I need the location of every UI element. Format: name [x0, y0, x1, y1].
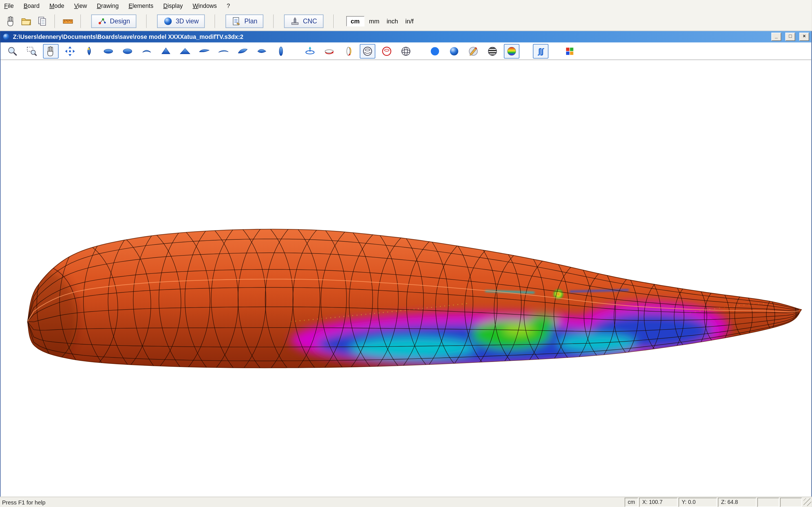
- shape-ellipse-thick-icon[interactable]: [120, 44, 135, 58]
- design-mode-button[interactable]: Design: [91, 14, 137, 28]
- circle-red-icon[interactable]: [379, 44, 395, 58]
- plan-icon: [232, 16, 241, 25]
- menu-windows[interactable]: Windows: [193, 3, 217, 9]
- shape-triangle-icon[interactable]: [158, 44, 174, 58]
- unit-selector: cm mm inch in/f: [346, 16, 416, 26]
- shape-ellipse-icon[interactable]: [101, 44, 116, 58]
- open-icon[interactable]: [18, 14, 34, 28]
- status-coordinates: cm X: 100.7 Y: 0.0 Z: 64.8: [624, 497, 812, 507]
- status-bar: Press F1 for help cm X: 100.7 Y: 0.0 Z: …: [0, 497, 812, 507]
- main-toolbar: Design 3D view Plan CNC cm mm inch: [0, 11, 812, 31]
- toolbar-separator: [333, 14, 334, 28]
- hand-tool-icon[interactable]: [3, 14, 18, 28]
- plan-button[interactable]: Plan: [226, 14, 264, 28]
- shape-sail-icon[interactable]: [235, 44, 250, 58]
- unit-inch[interactable]: inch: [384, 16, 401, 25]
- window-title: Z:\Users\dennery\Documents\Boards\save\r…: [13, 34, 767, 40]
- circle-section-icon[interactable]: [360, 44, 375, 58]
- toolbar-separator: [273, 14, 274, 28]
- pan-hand-icon[interactable]: [43, 44, 59, 58]
- design-mode-icon: [98, 16, 107, 25]
- shaded-render-icon[interactable]: [446, 44, 462, 58]
- flat-render-icon[interactable]: [427, 44, 443, 58]
- status-y: Y: 0.0: [679, 497, 717, 507]
- toolbar-separator: [54, 14, 56, 28]
- curvature-flow-icon[interactable]: ∫|∫: [533, 44, 548, 58]
- resize-grip[interactable]: [804, 498, 811, 506]
- pin-icon[interactable]: [82, 44, 97, 58]
- status-x: X: 100.7: [639, 497, 677, 507]
- curvature-glyph: ∫|∫: [538, 47, 543, 55]
- unit-cm[interactable]: cm: [346, 16, 364, 26]
- toolbar-separator: [80, 14, 82, 28]
- title-bar[interactable]: Z:\Users\dennery\Documents\Boards\save\r…: [1, 31, 811, 42]
- surfboard-3d-render: [1, 60, 811, 497]
- cnc-button[interactable]: CNC: [284, 14, 323, 28]
- menu-board[interactable]: Board: [24, 3, 40, 9]
- plan-label: Plan: [245, 17, 257, 25]
- shape-wave-icon[interactable]: [197, 44, 212, 58]
- flip-board-icon[interactable]: [302, 44, 318, 58]
- menu-elements[interactable]: Elements: [129, 3, 153, 9]
- shape-eye-icon[interactable]: [254, 44, 269, 58]
- ruler-icon[interactable]: [60, 14, 75, 28]
- sketch-render-icon[interactable]: [465, 44, 481, 58]
- 3d-view-icon: [163, 16, 172, 25]
- status-extra-1: [757, 497, 779, 507]
- unit-inf[interactable]: in/f: [403, 16, 416, 25]
- cnc-icon: [290, 16, 300, 25]
- menu-view[interactable]: View: [74, 3, 87, 9]
- close-button[interactable]: ×: [799, 33, 809, 41]
- rotate-3d-icon[interactable]: [62, 44, 78, 58]
- shape-crescent-thin-icon[interactable]: [216, 44, 231, 58]
- menu-drawing[interactable]: Drawing: [97, 3, 119, 9]
- maximize-button[interactable]: □: [785, 33, 795, 41]
- menu-help[interactable]: ?: [227, 3, 230, 9]
- minimize-button[interactable]: _: [771, 33, 781, 41]
- wireframe-sphere-icon[interactable]: [398, 44, 414, 58]
- view-toolbar: ∫|∫: [1, 43, 811, 60]
- zebra-render-icon[interactable]: [485, 44, 500, 58]
- menu-mode[interactable]: Mode: [49, 3, 64, 9]
- viewport-3d[interactable]: [1, 60, 811, 497]
- 3d-view-label: 3D view: [175, 17, 199, 25]
- shape-triangle-wide-icon[interactable]: [177, 44, 193, 58]
- document-window: Z:\Users\dennery\Documents\Boards\save\r…: [0, 31, 812, 497]
- zoom-window-icon[interactable]: [24, 44, 40, 58]
- shape-crescent-icon[interactable]: [139, 44, 154, 58]
- status-help-text: Press F1 for help: [2, 499, 45, 505]
- rainbow-render-icon[interactable]: [504, 44, 519, 58]
- shape-vertical-ellipse-icon[interactable]: [273, 44, 289, 58]
- rotate-y-icon[interactable]: [341, 44, 356, 58]
- status-unit: cm: [625, 497, 638, 507]
- toolbar-separator: [215, 14, 216, 28]
- menu-file[interactable]: File: [4, 3, 14, 9]
- 3d-view-button[interactable]: 3D view: [157, 14, 205, 28]
- color-tiles-icon[interactable]: [562, 44, 577, 58]
- menu-display[interactable]: Display: [163, 3, 183, 9]
- status-extra-2: [780, 497, 802, 507]
- copy-icon[interactable]: [34, 14, 50, 28]
- rotate-x-icon[interactable]: [321, 44, 337, 58]
- toolbar-separator: [146, 14, 147, 28]
- cnc-label: CNC: [303, 17, 317, 25]
- status-z: Z: 64.8: [718, 497, 756, 507]
- application-window: File Board Mode View Drawing Elements Di…: [0, 0, 812, 507]
- menu-bar: File Board Mode View Drawing Elements Di…: [0, 0, 812, 11]
- document-icon: [3, 33, 10, 41]
- zoom-icon[interactable]: [5, 44, 20, 58]
- unit-mm[interactable]: mm: [366, 16, 382, 25]
- design-mode-label: Design: [110, 17, 130, 25]
